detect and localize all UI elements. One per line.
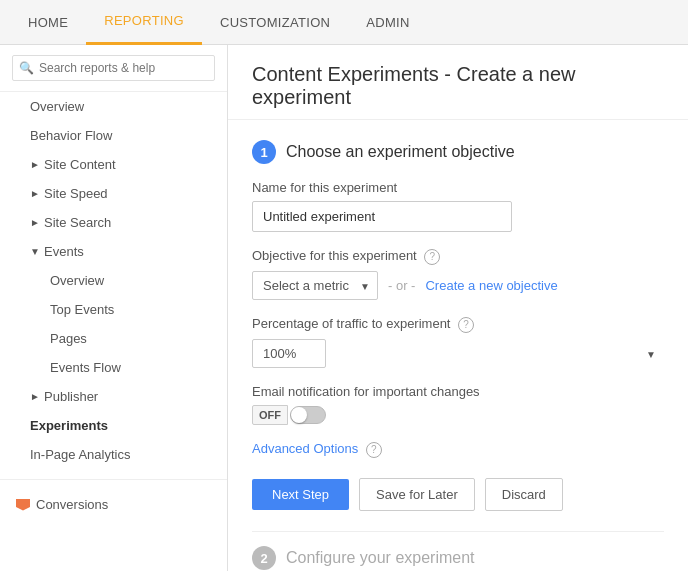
sidebar-item-label: Publisher: [44, 389, 98, 404]
sidebar-item-events-flow[interactable]: Events Flow: [0, 353, 227, 382]
objective-label: Objective for this experiment ?: [252, 248, 664, 265]
sidebar-item-label: Behavior Flow: [30, 128, 112, 143]
nav-home[interactable]: HOME: [10, 0, 86, 45]
sidebar-item-in-page-analytics[interactable]: In-Page Analytics: [0, 440, 227, 469]
sidebar-item-events-overview[interactable]: Overview: [0, 266, 227, 295]
advanced-options-section: Advanced Options ?: [252, 441, 664, 458]
sidebar-item-label: Overview: [30, 99, 84, 114]
experiment-form: 1 Choose an experiment objective Name fo…: [228, 120, 688, 571]
sidebar-item-site-content[interactable]: ► Site Content: [0, 150, 227, 179]
sidebar-item-label: Conversions: [36, 497, 108, 512]
sidebar-item-label: Top Events: [50, 302, 114, 317]
sidebar-item-publisher[interactable]: ► Publisher: [0, 382, 227, 411]
metric-select[interactable]: Select a metric: [252, 271, 378, 300]
sidebar-divider: [0, 479, 227, 480]
experiment-name-input[interactable]: [252, 201, 512, 232]
sidebar-item-label: Site Speed: [44, 186, 108, 201]
nav-customization[interactable]: CUSTOMIZATION: [202, 0, 348, 45]
search-icon: 🔍: [19, 61, 34, 75]
next-step-button[interactable]: Next Step: [252, 479, 349, 510]
arrow-right-icon: ►: [30, 159, 40, 170]
toggle-knob: [291, 407, 307, 423]
email-label: Email notification for important changes: [252, 384, 664, 399]
flag-icon: [16, 499, 30, 511]
arrow-right-icon: ►: [30, 217, 40, 228]
create-objective-link[interactable]: Create a new objective: [425, 278, 557, 293]
sidebar: 🔍 Overview Behavior Flow ► Site Content …: [0, 45, 228, 571]
objective-field-group: Objective for this experiment ? Select a…: [252, 248, 664, 300]
sidebar-item-top-events[interactable]: Top Events: [0, 295, 227, 324]
sidebar-item-label: Pages: [50, 331, 87, 346]
sidebar-item-label: Experiments: [30, 418, 108, 433]
step2-header: 2 Configure your experiment: [252, 546, 664, 570]
sidebar-item-pages[interactable]: Pages: [0, 324, 227, 353]
search-input[interactable]: [12, 55, 215, 81]
main-layout: 🔍 Overview Behavior Flow ► Site Content …: [0, 45, 688, 571]
arrow-right-icon: ►: [30, 391, 40, 402]
advanced-options-link[interactable]: Advanced Options: [252, 441, 358, 456]
step1-section: 1 Choose an experiment objective Name fo…: [252, 140, 664, 511]
sidebar-item-label: Site Content: [44, 157, 116, 172]
name-field-group: Name for this experiment: [252, 180, 664, 232]
metric-select-wrapper: Select a metric ▼: [252, 271, 378, 300]
name-label: Name for this experiment: [252, 180, 664, 195]
advanced-help-icon[interactable]: ?: [366, 442, 382, 458]
sidebar-item-site-search[interactable]: ► Site Search: [0, 208, 227, 237]
sidebar-item-events[interactable]: ▼ Events: [0, 237, 227, 266]
sidebar-item-behavior-flow[interactable]: Behavior Flow: [0, 121, 227, 150]
sidebar-item-label: Events: [44, 244, 84, 259]
save-later-button[interactable]: Save for Later: [359, 478, 475, 511]
sidebar-item-label: Overview: [50, 273, 104, 288]
toggle-off-label: OFF: [252, 405, 288, 425]
traffic-select-wrapper: 100% ▼: [252, 339, 664, 368]
step2-title: Configure your experiment: [286, 549, 475, 567]
top-navigation: HOME REPORTING CUSTOMIZATION ADMIN: [0, 0, 688, 45]
sidebar-item-label: In-Page Analytics: [30, 447, 130, 462]
arrow-down-icon: ▼: [30, 246, 40, 257]
email-notification-group: Email notification for important changes…: [252, 384, 664, 425]
sidebar-item-conversions[interactable]: Conversions: [0, 490, 227, 519]
step1-header: 1 Choose an experiment objective: [252, 140, 664, 164]
sidebar-item-label: Events Flow: [50, 360, 121, 375]
traffic-select[interactable]: 100%: [252, 339, 326, 368]
traffic-label: Percentage of traffic to experiment ?: [252, 316, 664, 333]
email-toggle[interactable]: [290, 406, 326, 424]
toggle-wrapper: OFF: [252, 405, 664, 425]
step1-number: 1: [252, 140, 276, 164]
sidebar-item-experiments[interactable]: Experiments: [0, 411, 227, 440]
sidebar-item-label: Site Search: [44, 215, 111, 230]
action-buttons: Next Step Save for Later Discard: [252, 478, 664, 511]
page-header: Content Experiments - Create a new exper…: [228, 45, 688, 120]
or-text: - or -: [388, 278, 415, 293]
traffic-help-icon[interactable]: ?: [458, 317, 474, 333]
step2-section: 2 Configure your experiment: [252, 531, 664, 570]
objective-help-icon[interactable]: ?: [424, 249, 440, 265]
page-title: Content Experiments - Create a new exper…: [252, 63, 664, 109]
arrow-right-icon: ►: [30, 188, 40, 199]
sidebar-item-site-speed[interactable]: ► Site Speed: [0, 179, 227, 208]
sidebar-item-overview[interactable]: Overview: [0, 92, 227, 121]
nav-reporting[interactable]: REPORTING: [86, 0, 202, 45]
discard-button[interactable]: Discard: [485, 478, 563, 511]
main-content: Content Experiments - Create a new exper…: [228, 45, 688, 571]
step1-title: Choose an experiment objective: [286, 143, 515, 161]
traffic-field-group: Percentage of traffic to experiment ? 10…: [252, 316, 664, 368]
search-box: 🔍: [0, 45, 227, 92]
step2-number: 2: [252, 546, 276, 570]
nav-admin[interactable]: ADMIN: [348, 0, 427, 45]
objective-row: Select a metric ▼ - or - Create a new ob…: [252, 271, 664, 300]
traffic-select-arrow-icon: ▼: [646, 348, 656, 359]
